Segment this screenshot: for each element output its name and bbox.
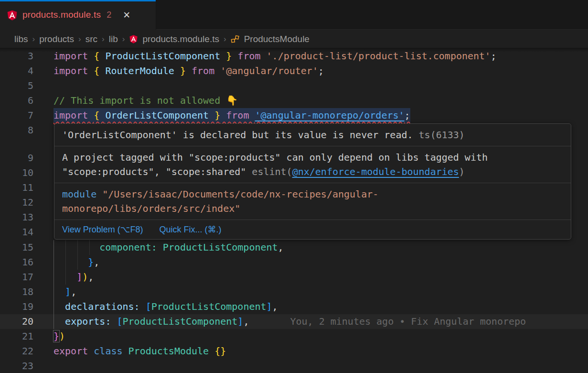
line-number: 14: [0, 225, 33, 240]
token: [53, 241, 99, 253]
token: ,: [71, 286, 76, 297]
code-row-7[interactable]: 7import { OrderListComponent } from '@an…: [0, 108, 588, 123]
chevron-right-icon: ›: [102, 34, 105, 44]
token: }: [174, 65, 186, 77]
line-number: 19: [0, 299, 33, 314]
token: }: [88, 256, 94, 268]
module-specifier-link[interactable]: '@angular-monorepo/orders': [255, 110, 404, 121]
token: ,: [278, 241, 284, 253]
token: ProductsModule: [128, 345, 215, 357]
line-number: 4: [0, 64, 33, 78]
breadcrumb: libs › products › src › lib › products.m…: [0, 30, 588, 48]
token: }: [220, 50, 232, 62]
token: export: [53, 345, 94, 357]
breadcrumb-item-products[interactable]: products: [39, 34, 74, 44]
hover-message-eslint: A project tagged with "scope:products" c…: [54, 146, 571, 183]
token: from: [220, 110, 255, 121]
view-problem-action[interactable]: View Problem (⌥F8): [62, 224, 143, 235]
module-path-line1: "/Users/isaac/Documents/code/nx-recipes/…: [96, 188, 378, 200]
code-row-3[interactable]: 3import { ProductListComponent } from '.…: [0, 49, 588, 64]
token: import: [53, 50, 94, 62]
line-number: 18: [0, 285, 33, 299]
tab-products-module[interactable]: products.module.ts 2 ✕: [0, 0, 156, 30]
chevron-right-icon: ›: [122, 34, 125, 44]
error-squiggle-line: import { OrderListComponent } from '@ang…: [53, 108, 410, 123]
token: ;: [405, 110, 410, 121]
token: ): [82, 271, 88, 283]
code-row-18[interactable]: 18 ],: [0, 285, 588, 299]
breadcrumb-item-file[interactable]: products.module.ts: [142, 34, 219, 44]
token: [53, 286, 65, 297]
line-number: 15: [0, 240, 33, 255]
code-line-text: ]),: [53, 270, 94, 285]
code-line-text: // This import is not allowed 👇: [53, 93, 238, 108]
code-line-text: },: [53, 255, 99, 270]
token: '@angular/router': [220, 65, 318, 77]
hover-message-eslint-line1: A project tagged with "scope:products" c…: [62, 152, 488, 163]
line-number: 12: [0, 195, 33, 210]
token: [: [117, 316, 122, 327]
token: }: [53, 330, 59, 342]
quick-fix-action[interactable]: Quick Fix... (⌘.): [159, 224, 221, 235]
breadcrumb-item-src[interactable]: src: [86, 34, 97, 44]
token: 👇: [226, 95, 238, 106]
token: ProductListComponent: [123, 316, 238, 327]
token: from: [232, 50, 266, 62]
line-number: 22: [0, 344, 33, 359]
hover-action-bar: View Problem (⌥F8) Quick Fix... (⌘.): [54, 220, 571, 239]
code-row-6[interactable]: 6// This import is not allowed 👇: [0, 93, 588, 108]
hover-module-info: module "/Users/isaac/Documents/code/nx-r…: [54, 183, 571, 219]
code-row-17[interactable]: 17 ]),: [0, 270, 588, 285]
token: [53, 256, 88, 268]
vscode-window: products.module.ts 2 ✕ libs › products ›…: [0, 0, 588, 373]
line-number: 9: [0, 151, 33, 165]
code-row-23[interactable]: 23: [0, 359, 588, 373]
token: ;: [318, 65, 324, 77]
token: class: [94, 345, 128, 357]
breadcrumb-item-symbol[interactable]: ProductsModule: [244, 34, 310, 44]
class-symbol-icon: [231, 34, 240, 44]
eslint-rule-link[interactable]: @nx/enforce-module-boundaries: [292, 166, 459, 177]
token: {: [94, 65, 105, 77]
line-number: 17: [0, 270, 33, 285]
code-line-text: component: ProductListComponent,: [53, 240, 284, 255]
token: ,: [88, 271, 94, 283]
code-row-16[interactable]: 16 },: [0, 255, 588, 270]
hover-message-ts-source: ts(6133): [419, 129, 465, 141]
git-blame-annotation: You, 2 minutes ago • Fix Angular monorep…: [290, 316, 526, 327]
token: {: [94, 110, 105, 121]
breadcrumb-item-libs[interactable]: libs: [14, 34, 28, 44]
token: ]: [267, 301, 272, 312]
line-number: 13: [0, 210, 33, 225]
code-row-15[interactable]: 15 component: ProductListComponent,: [0, 240, 588, 255]
token: // This import is not allowed: [53, 95, 226, 106]
angular-icon: [7, 10, 18, 21]
code-editor[interactable]: 3import { ProductListComponent } from '.…: [0, 48, 588, 373]
tab-bar: products.module.ts 2 ✕: [0, 0, 588, 30]
hover-message-ts-text: 'OrderListComponent' is declared but its…: [62, 129, 413, 141]
line-number: 16: [0, 255, 33, 270]
code-row-4[interactable]: 4import { RouterModule } from '@angular/…: [0, 64, 588, 78]
code-row-5[interactable]: 5: [0, 78, 588, 93]
token: ]: [76, 271, 82, 283]
line-number: 11: [0, 180, 33, 195]
code-row-22[interactable]: 22export class ProductsModule {}: [0, 344, 588, 359]
code-line-text: import { RouterModule } from '@angular/r…: [53, 64, 324, 78]
hover-eslint-source-prefix: eslint(: [252, 166, 292, 177]
code-row-20[interactable]: 20 exports: [ProductListComponent],You, …: [0, 314, 588, 329]
code-line-text: export class ProductsModule {}: [53, 344, 226, 359]
module-keyword: module: [62, 188, 96, 200]
code-line-text: exports: [ProductListComponent],You, 2 m…: [53, 314, 526, 329]
breadcrumb-item-lib[interactable]: lib: [109, 34, 118, 44]
hover-eslint-source-suffix: ): [459, 166, 465, 177]
code-row-19[interactable]: 19 declarations: [ProductListComponent],: [0, 299, 588, 314]
code-line-text: import { OrderListComponent } from '@ang…: [53, 108, 410, 123]
code-line-text: }): [53, 329, 65, 344]
token: ,: [272, 301, 278, 312]
close-icon[interactable]: ✕: [123, 11, 130, 20]
token: ProductListComponent: [163, 241, 278, 253]
token: from: [186, 65, 220, 77]
line-number: 21: [0, 329, 33, 344]
angular-icon: [129, 34, 138, 44]
code-row-21[interactable]: 21}): [0, 329, 588, 344]
